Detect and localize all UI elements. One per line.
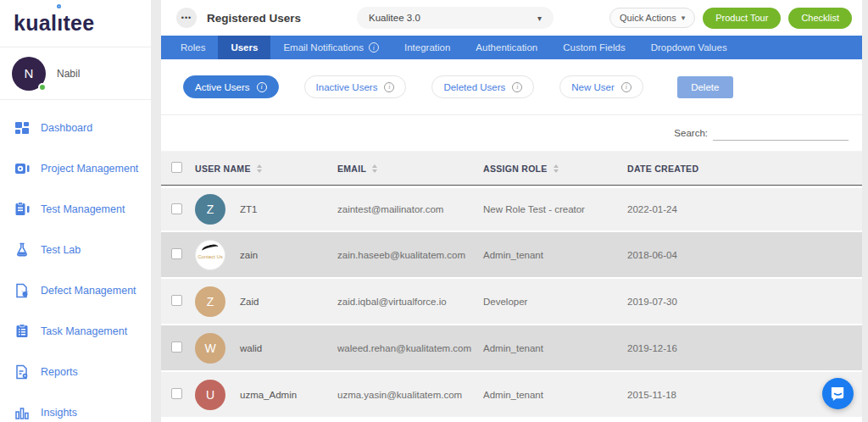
sort-icon[interactable] — [372, 164, 377, 173]
sidebar-item-test-management[interactable]: Test Management — [0, 189, 151, 230]
email-cell: zaid.iqbal@virtualforce.io — [337, 279, 483, 325]
sidebar-item-label: Test Management — [41, 203, 125, 215]
sidebar-item-project-management[interactable]: Project Management — [0, 148, 151, 189]
sidebar-item-label: Defect Management — [41, 285, 136, 297]
chevron-down-icon: ▾ — [537, 14, 542, 23]
user-name: Nabil — [57, 68, 80, 80]
sidebar-item-defect-management[interactable]: Defect Management — [0, 270, 151, 311]
select-all-checkbox[interactable] — [171, 162, 182, 173]
logo-i: ı — [57, 11, 63, 36]
chat-widget-button[interactable] — [822, 378, 854, 409]
search-band: Search: — [161, 115, 862, 152]
column-header-username[interactable]: USER NAME — [195, 164, 251, 174]
defect-management-icon — [14, 283, 30, 298]
dots-icon: ••• — [181, 14, 192, 22]
avatar: N — [12, 57, 46, 91]
reports-icon — [14, 364, 30, 380]
chevron-down-icon: ▾ — [682, 14, 686, 22]
row-checkbox[interactable] — [171, 248, 182, 259]
page-title: Registered Users — [207, 12, 301, 25]
sort-icon[interactable] — [554, 164, 559, 173]
info-icon: i — [369, 42, 379, 53]
main-panel: ••• Registered Users Kualitee 3.0 ▾ Quic… — [161, 0, 862, 422]
info-icon: i — [384, 82, 394, 92]
user-name-cell: Zaid — [240, 297, 259, 307]
current-user[interactable]: N Nabil — [0, 47, 151, 100]
sidebar-item-label: Task Management — [41, 325, 127, 337]
sidebar-item-test-lab[interactable]: Test Lab — [0, 230, 151, 270]
test-lab-icon — [14, 242, 30, 258]
email-cell: zaintest@mailinator.com — [337, 186, 483, 232]
sort-icon[interactable] — [257, 164, 262, 173]
project-management-icon — [14, 161, 30, 176]
role-cell: Admin_tenant — [483, 325, 627, 372]
sidebar-item-label: Insights — [41, 407, 77, 419]
insights-icon — [14, 405, 30, 420]
date-created-cell: 2019-12-16 — [627, 325, 862, 372]
table-row: U uzma_Admin uzma.yasin@kualitatem.com A… — [161, 372, 862, 419]
row-checkbox[interactable] — [171, 295, 182, 306]
deleted-users-filter[interactable]: Deleted Users i — [431, 75, 534, 98]
email-cell: uzma.yasin@kualitatem.com — [337, 372, 483, 419]
project-selector-dropdown[interactable]: Kualitee 3.0 ▾ — [357, 7, 554, 29]
column-header-assign-role[interactable]: ASSIGN ROLE — [483, 164, 548, 174]
date-created-cell: 2022-01-24 — [627, 186, 862, 232]
column-header-date-created: DATE CREATED — [627, 164, 698, 174]
logo-ring-icon — [57, 4, 61, 8]
row-checkbox[interactable] — [171, 388, 182, 399]
page-header: ••• Registered Users Kualitee 3.0 ▾ Quic… — [161, 0, 862, 36]
user-avatar: U — [195, 380, 225, 410]
settings-nav-bar: Roles Users Email Notifications i Integr… — [161, 36, 862, 59]
sidebar-item-label: Dashboard — [41, 122, 92, 134]
table-row: Z Zaid zaid.iqbal@virtualforce.io Develo… — [161, 279, 862, 325]
avatar-swoosh-graphic — [201, 242, 220, 254]
user-name-cell: ZT1 — [240, 204, 257, 214]
logo-row: kualıtee — [0, 0, 151, 47]
user-name-cell: zain — [240, 250, 258, 260]
active-users-filter[interactable]: Active Users i — [183, 75, 279, 98]
sidebar-item-task-management[interactable]: Task Management — [0, 311, 151, 352]
tab-email-notifications[interactable]: Email Notifications i — [270, 36, 392, 59]
tab-custom-fields[interactable]: Custom Fields — [550, 36, 638, 59]
table-row: Contact Us zain zain.haseeb@kualitatem.c… — [161, 232, 862, 279]
delete-button[interactable]: Delete — [677, 76, 733, 98]
user-avatar: W — [195, 333, 225, 364]
product-tour-button[interactable]: Product Tour — [703, 8, 781, 29]
tab-dropdown-values[interactable]: Dropdown Values — [638, 36, 740, 59]
row-checkbox[interactable] — [171, 203, 182, 214]
email-cell: waleed.rehan@kualitatem.com — [337, 325, 483, 372]
tab-users[interactable]: Users — [218, 36, 270, 59]
users-table: USER NAME EMAIL ASSIGN ROLE DATE CREATED… — [161, 152, 862, 419]
tab-roles[interactable]: Roles — [168, 36, 218, 59]
user-filters-toolbar: Active Users i Inactive Users i Deleted … — [161, 59, 862, 115]
date-created-cell: 2019-07-30 — [627, 279, 862, 325]
tab-authentication[interactable]: Authentication — [463, 36, 550, 59]
column-header-email[interactable]: EMAIL — [337, 164, 366, 174]
quick-actions-button[interactable]: Quick Actions ▾ — [609, 8, 695, 28]
search-input[interactable] — [713, 125, 849, 141]
sidebar-item-reports[interactable]: Reports — [0, 352, 151, 392]
dashboard-icon — [14, 120, 30, 136]
sidebar-item-dashboard[interactable]: Dashboard — [0, 108, 151, 148]
table-row: W walid waleed.rehan@kualitatem.com Admi… — [161, 325, 862, 372]
kualitee-logo: kualıtee — [14, 11, 95, 36]
sidebar: kualıtee N Nabil Dashboard Project Mana — [0, 0, 151, 422]
user-avatar: Z — [195, 286, 225, 317]
more-options-button[interactable]: ••• — [176, 8, 197, 28]
sidebar-menu: Dashboard Project Management Test Manage… — [0, 100, 151, 422]
info-icon: i — [621, 82, 632, 92]
inactive-users-filter[interactable]: Inactive Users i — [304, 75, 407, 98]
role-cell: Admin_tenant — [483, 372, 627, 419]
checklist-button[interactable]: Checklist — [788, 8, 852, 29]
online-status-dot — [38, 83, 47, 92]
new-user-button[interactable]: New User i — [559, 75, 643, 98]
sidebar-item-label: Project Management — [41, 163, 138, 175]
project-selector-value: Kualitee 3.0 — [369, 13, 420, 23]
row-checkbox[interactable] — [171, 341, 182, 353]
tab-integration[interactable]: Integration — [392, 36, 463, 59]
sidebar-item-label: Test Lab — [41, 244, 81, 256]
sidebar-item-insights[interactable]: Insights — [0, 392, 151, 422]
test-management-icon — [14, 202, 30, 217]
chat-bubble-icon — [830, 386, 846, 402]
task-management-icon — [14, 324, 30, 339]
